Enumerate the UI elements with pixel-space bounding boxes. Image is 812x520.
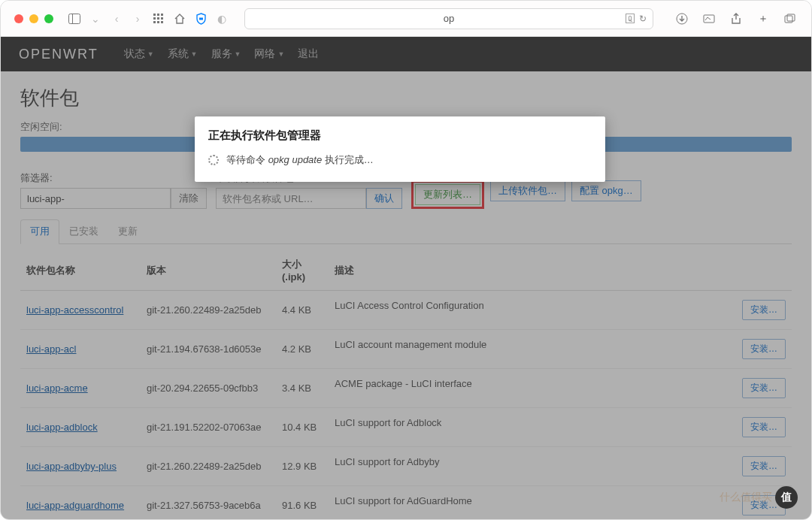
- tabs-icon[interactable]: [783, 11, 798, 26]
- svg-rect-11: [199, 17, 203, 20]
- svg-rect-4: [161, 14, 163, 16]
- spinner-icon: [208, 155, 219, 165]
- forward-icon[interactable]: ›: [130, 11, 145, 26]
- svg-rect-6: [157, 17, 159, 20]
- privacy-icon[interactable]: ◐: [214, 11, 229, 26]
- modal-overlay: [1, 37, 811, 519]
- svg-rect-10: [161, 21, 163, 23]
- maximize-window[interactable]: [44, 14, 53, 23]
- close-window[interactable]: [14, 14, 23, 23]
- address-text: op: [444, 13, 454, 24]
- share-icon[interactable]: [729, 11, 744, 26]
- progress-modal: 正在执行软件包管理器 等待命令 opkg update 执行完成…: [195, 116, 605, 182]
- minimize-window[interactable]: [29, 14, 38, 23]
- grid-icon[interactable]: [151, 11, 166, 26]
- svg-rect-5: [153, 17, 156, 20]
- watermark-logo: 值: [775, 486, 798, 509]
- chevron-down-icon[interactable]: ⌄: [88, 11, 103, 26]
- svg-rect-14: [785, 16, 792, 23]
- svg-rect-0: [69, 14, 80, 23]
- browser-toolbar: ⌄ ‹ › ◐ op 🅀 ↻ ＋: [1, 1, 811, 37]
- svg-rect-15: [787, 14, 795, 21]
- address-bar[interactable]: op 🅀 ↻: [244, 8, 653, 29]
- sidebar-icon[interactable]: [67, 11, 82, 26]
- new-tab-icon[interactable]: ＋: [756, 11, 771, 26]
- back-icon[interactable]: ‹: [109, 11, 124, 26]
- modal-status: 等待命令 opkg update 执行完成…: [208, 153, 592, 167]
- shield-icon[interactable]: [193, 11, 208, 26]
- annotate-icon[interactable]: [701, 11, 717, 26]
- watermark-text: 什么值得买: [720, 491, 772, 504]
- svg-rect-8: [153, 21, 156, 23]
- reader-icon[interactable]: 🅀: [626, 14, 635, 24]
- window-controls: [14, 14, 53, 23]
- reload-icon[interactable]: ↻: [639, 14, 647, 24]
- downloads-icon[interactable]: [674, 11, 689, 26]
- svg-rect-7: [161, 17, 163, 20]
- svg-rect-9: [157, 21, 159, 23]
- home-icon[interactable]: [172, 11, 187, 26]
- svg-rect-2: [153, 14, 156, 16]
- svg-rect-3: [157, 14, 159, 16]
- modal-title: 正在执行软件包管理器: [208, 128, 592, 143]
